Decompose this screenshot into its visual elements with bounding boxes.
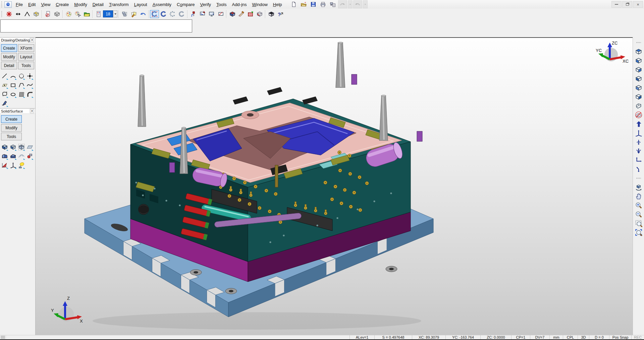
layer-list-icon[interactable] bbox=[120, 10, 129, 18]
measure-icon[interactable] bbox=[237, 10, 246, 18]
show-cube-icon[interactable] bbox=[52, 10, 61, 18]
view-top-icon[interactable] bbox=[634, 47, 643, 56]
sheet-curve-icon[interactable] bbox=[17, 152, 25, 160]
menu-transform[interactable]: Transform bbox=[106, 1, 131, 8]
menu-modify[interactable]: Modify bbox=[71, 1, 90, 8]
status-3d[interactable]: 3D bbox=[578, 335, 589, 339]
command-input[interactable] bbox=[0, 19, 192, 32]
caret-down-icon[interactable] bbox=[348, 0, 353, 8]
query-icon[interactable]: ? bbox=[276, 10, 285, 18]
menu-assembly[interactable]: Assembly bbox=[150, 1, 174, 8]
status-d[interactable]: D = 0 bbox=[589, 335, 609, 339]
color-palette-icon[interactable] bbox=[64, 10, 73, 18]
menu-help[interactable]: Help bbox=[270, 1, 285, 8]
status-pos[interactable]: Pos Snap bbox=[609, 335, 631, 339]
erase-red-icon[interactable] bbox=[4, 10, 13, 18]
zoom-out-icon[interactable] bbox=[634, 210, 643, 219]
view-left-icon[interactable] bbox=[634, 83, 643, 92]
stretch-arrow-icon[interactable] bbox=[13, 10, 22, 18]
toolbar-grip[interactable] bbox=[1, 11, 3, 17]
plane-icon[interactable] bbox=[0, 81, 9, 89]
menu-create[interactable]: Create bbox=[53, 1, 71, 8]
screen-pin-icon[interactable] bbox=[198, 10, 207, 18]
sheet-grid-icon[interactable] bbox=[25, 143, 34, 151]
print-icon[interactable] bbox=[319, 0, 328, 8]
level-value-box[interactable]: 18 bbox=[103, 10, 113, 17]
box-wire-icon[interactable] bbox=[9, 143, 17, 151]
contrast-cube-icon[interactable] bbox=[267, 10, 276, 18]
menu-detail[interactable]: Detail bbox=[90, 1, 106, 8]
zoom-window-icon[interactable] bbox=[634, 219, 643, 228]
table-red-icon[interactable] bbox=[246, 10, 255, 18]
toolbar-grip[interactable] bbox=[1, 1, 3, 7]
orient-4-icon[interactable] bbox=[634, 156, 643, 164]
monitor-pin-icon[interactable] bbox=[207, 10, 216, 18]
close-button[interactable]: × bbox=[633, 1, 643, 8]
curve-icon[interactable] bbox=[25, 81, 34, 89]
redo-icon[interactable] bbox=[353, 0, 362, 8]
erase-page-icon[interactable] bbox=[43, 10, 52, 18]
bundle-box-icon[interactable] bbox=[32, 10, 41, 18]
spin-off-icon[interactable] bbox=[634, 111, 643, 119]
wedge-icon[interactable] bbox=[9, 152, 17, 160]
arc-icon[interactable] bbox=[9, 72, 17, 80]
view-right-icon[interactable] bbox=[634, 65, 643, 74]
cylinder-icon[interactable] bbox=[0, 152, 9, 160]
datum-axes-icon[interactable] bbox=[9, 161, 17, 169]
rectangle-icon[interactable] bbox=[9, 81, 17, 89]
erase-face-icon[interactable] bbox=[255, 10, 264, 18]
orient-1-icon[interactable] bbox=[634, 129, 643, 137]
menu-layout[interactable]: Layout bbox=[131, 1, 150, 8]
display-shaded2-icon[interactable] bbox=[159, 10, 168, 18]
menu-view[interactable]: View bbox=[38, 1, 53, 8]
status-cpl[interactable]: CPL bbox=[563, 335, 578, 339]
light-icon[interactable] bbox=[17, 161, 25, 169]
orient-5-icon[interactable] bbox=[634, 165, 643, 174]
surface-tri-icon[interactable] bbox=[0, 161, 9, 169]
drawing-xform-button[interactable]: XForm bbox=[18, 44, 34, 52]
folder-layers-icon[interactable] bbox=[82, 10, 91, 18]
menu-edit[interactable]: Edit bbox=[25, 1, 38, 8]
box-solid-icon[interactable] bbox=[0, 143, 9, 151]
menu-addins[interactable]: Add-ins bbox=[229, 1, 249, 8]
minimize-button[interactable] bbox=[611, 1, 622, 8]
view-front-icon[interactable] bbox=[634, 56, 643, 65]
line-icon[interactable] bbox=[0, 72, 9, 80]
drawing-modify-button[interactable]: Modify bbox=[1, 53, 17, 61]
level-caret[interactable] bbox=[113, 10, 117, 17]
monitor-clip-icon[interactable] bbox=[216, 10, 225, 18]
close-icon[interactable]: × bbox=[30, 109, 34, 113]
polyline-icon[interactable] bbox=[17, 81, 25, 89]
zoom-fit-icon[interactable] bbox=[634, 228, 643, 237]
block-red-icon[interactable] bbox=[228, 10, 237, 18]
new-file-icon[interactable] bbox=[289, 0, 299, 8]
app-logo-icon[interactable] bbox=[4, 1, 12, 8]
status-rec[interactable]: REC bbox=[631, 335, 644, 339]
box-hole-icon[interactable] bbox=[17, 143, 25, 151]
print-batch-icon[interactable] bbox=[328, 0, 337, 8]
view-bottom-icon[interactable] bbox=[634, 74, 643, 83]
rotate-view-icon[interactable] bbox=[634, 183, 643, 192]
zoom-in-icon[interactable] bbox=[634, 201, 643, 210]
menu-compare[interactable]: Compare bbox=[174, 1, 197, 8]
undo-icon[interactable] bbox=[338, 0, 347, 8]
menu-window[interactable]: Window bbox=[250, 1, 270, 8]
pipe-icon[interactable] bbox=[25, 90, 34, 98]
save-icon[interactable] bbox=[309, 0, 318, 8]
drawing-layout-button[interactable]: Layout bbox=[18, 53, 34, 61]
view-back-icon[interactable] bbox=[634, 92, 643, 101]
sketch-pencil-icon[interactable] bbox=[0, 99, 9, 107]
status-cp[interactable]: CP=1 bbox=[511, 335, 530, 339]
pan-icon[interactable] bbox=[634, 192, 643, 201]
freeform-icon[interactable] bbox=[0, 90, 9, 98]
solid-tools-button[interactable]: Tools bbox=[1, 133, 22, 140]
caret-down-icon[interactable] bbox=[363, 0, 368, 8]
tool-red-icon[interactable] bbox=[25, 152, 34, 160]
attributes-page-icon[interactable] bbox=[94, 10, 103, 18]
status-dv[interactable]: DV=7 bbox=[530, 335, 549, 339]
view-prev-icon[interactable] bbox=[634, 120, 643, 128]
drawing-detail-button[interactable]: Detail bbox=[1, 62, 17, 69]
restore-button[interactable] bbox=[622, 1, 632, 8]
orient-3-icon[interactable] bbox=[634, 147, 643, 155]
menu-file[interactable]: File bbox=[13, 1, 25, 8]
